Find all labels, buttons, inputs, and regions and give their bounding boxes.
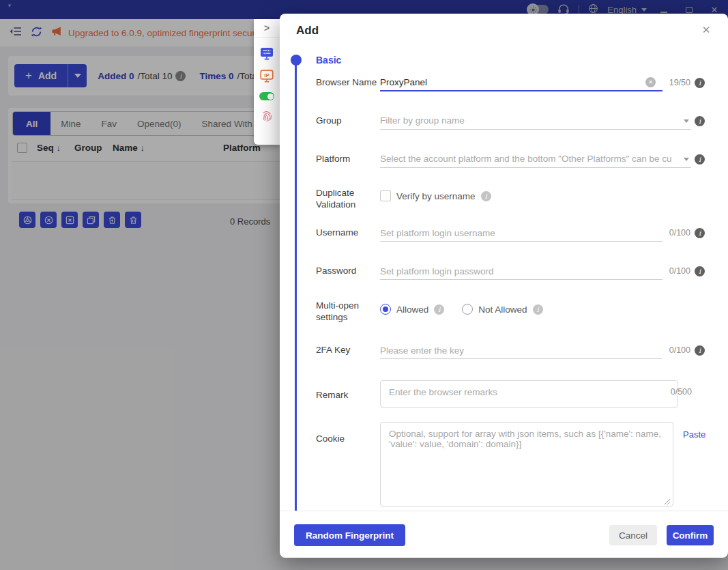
modal-title: Add <box>296 24 319 38</box>
group-select[interactable]: Filter by group name <box>380 113 691 130</box>
app-window: ▼ English ✕ <box>0 0 728 570</box>
add-browser-modal: Add ✕ Basic Browser Name ✕ 19/50 i Group… <box>280 14 728 558</box>
field-browser-name: Browser Name ✕ 19/50 i <box>280 74 728 95</box>
password-label: Password <box>316 263 377 279</box>
not-allowed-radio[interactable] <box>462 304 473 315</box>
chevron-down-icon <box>684 158 689 161</box>
2fa-key-label: 2FA Key <box>316 342 377 358</box>
duplicate-validation-label: Duplicate Validation <box>316 187 377 210</box>
info-icon[interactable]: i <box>695 154 705 165</box>
display-settings-icon[interactable] <box>260 47 274 60</box>
remark-counter: 0/500 <box>662 387 692 397</box>
field-multiopen: Multi-open settings Allowed i Not Allowe… <box>280 298 728 318</box>
platform-label: Platform <box>316 151 377 167</box>
collapse-panel-button[interactable]: > <box>254 19 280 38</box>
info-icon[interactable]: i <box>695 116 705 126</box>
allowed-label[interactable]: Allowed <box>396 304 428 315</box>
platform-select[interactable]: Select the account platform and the bott… <box>380 151 691 168</box>
cookie-textarea[interactable] <box>380 422 673 507</box>
section-basic-label: Basic <box>316 55 341 66</box>
quick-panel: > IP <box>254 19 280 145</box>
remark-textarea[interactable] <box>380 380 678 408</box>
info-icon[interactable]: i <box>695 266 705 276</box>
info-icon[interactable]: i <box>481 191 491 201</box>
multiopen-label: Multi-open settings <box>316 300 377 323</box>
fingerprint-icon[interactable] <box>261 110 273 122</box>
info-icon[interactable]: i <box>695 228 705 238</box>
cancel-button[interactable]: Cancel <box>609 525 657 545</box>
username-input[interactable] <box>380 225 663 242</box>
group-placeholder: Filter by group name <box>380 113 678 129</box>
browser-name-input[interactable] <box>380 74 663 91</box>
verify-by-username-checkbox[interactable] <box>380 190 391 201</box>
confirm-button[interactable]: Confirm <box>667 525 714 545</box>
modal-close-button[interactable]: ✕ <box>699 24 713 36</box>
paste-link[interactable]: Paste <box>683 429 705 440</box>
modal-footer: Random Fingerprint Cancel Confirm <box>280 511 728 558</box>
field-password: Password 0/100 i <box>280 263 728 283</box>
info-icon[interactable]: i <box>533 304 543 315</box>
allowed-radio[interactable] <box>380 304 391 315</box>
info-icon[interactable]: i <box>695 78 705 88</box>
ip-monitor-icon[interactable]: IP <box>260 70 274 83</box>
password-counter: 0/100 <box>660 263 690 279</box>
remark-label: Remark <box>316 387 377 403</box>
random-fingerprint-button[interactable]: Random Fingerprint <box>294 524 405 546</box>
field-username: Username 0/100 i <box>280 225 728 245</box>
svg-text:IP: IP <box>264 72 270 79</box>
not-allowed-label[interactable]: Not Allowed <box>478 304 527 315</box>
clear-input-icon[interactable]: ✕ <box>645 77 656 87</box>
field-2fa-key: 2FA Key 0/100 i <box>280 342 728 362</box>
password-input[interactable] <box>380 263 663 280</box>
field-platform: Platform Select the account platform and… <box>280 151 728 171</box>
cookie-label: Cookie <box>316 431 377 447</box>
platform-placeholder: Select the account platform and the bott… <box>380 151 678 167</box>
username-label: Username <box>316 225 377 241</box>
group-label: Group <box>316 113 377 129</box>
2fa-key-input[interactable] <box>380 342 663 359</box>
verify-by-username-label: Verify by username <box>396 191 476 201</box>
2fa-key-counter: 0/100 <box>660 342 690 358</box>
username-counter: 0/100 <box>660 225 690 241</box>
toggle-on-icon[interactable] <box>259 92 274 100</box>
field-remark: Remark 0/500 <box>280 380 728 409</box>
field-cookie: Cookie Paste <box>280 422 728 508</box>
field-duplicate-validation: Duplicate Validation Verify by username … <box>280 185 728 205</box>
browser-name-label: Browser Name <box>316 74 377 91</box>
info-icon[interactable]: i <box>695 345 705 356</box>
field-group: Group Filter by group name i <box>280 113 728 133</box>
chevron-down-icon <box>684 119 689 123</box>
browser-name-counter: 19/50 <box>660 74 690 91</box>
info-icon[interactable]: i <box>434 304 444 315</box>
